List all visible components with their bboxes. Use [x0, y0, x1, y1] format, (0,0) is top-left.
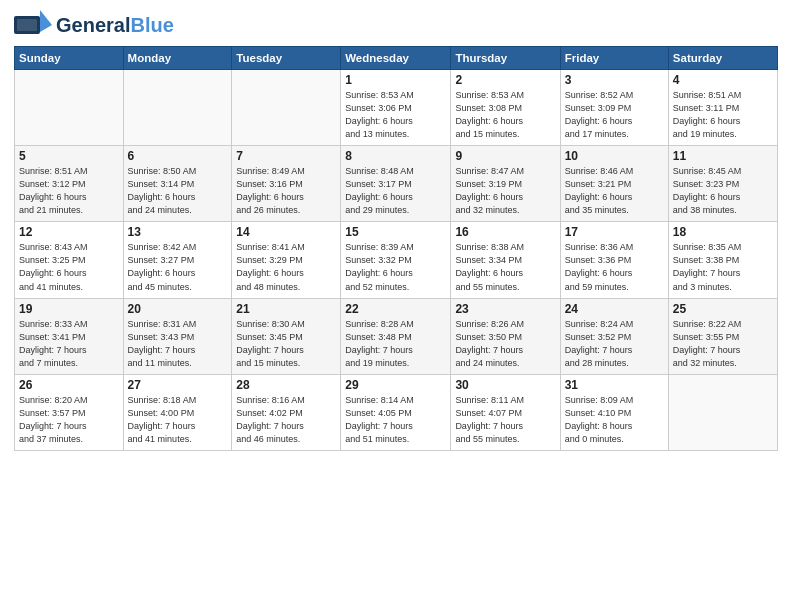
calendar-cell: 14Sunrise: 8:41 AM Sunset: 3:29 PM Dayli…	[232, 222, 341, 298]
calendar-cell	[668, 374, 777, 450]
day-number: 15	[345, 225, 446, 239]
day-number: 19	[19, 302, 119, 316]
weekday-header: Thursday	[451, 47, 560, 70]
calendar-cell	[123, 70, 232, 146]
day-info: Sunrise: 8:51 AM Sunset: 3:12 PM Dayligh…	[19, 165, 119, 217]
calendar-week-row: 12Sunrise: 8:43 AM Sunset: 3:25 PM Dayli…	[15, 222, 778, 298]
day-number: 16	[455, 225, 555, 239]
day-number: 25	[673, 302, 773, 316]
day-number: 2	[455, 73, 555, 87]
day-number: 9	[455, 149, 555, 163]
day-info: Sunrise: 8:09 AM Sunset: 4:10 PM Dayligh…	[565, 394, 664, 446]
day-number: 8	[345, 149, 446, 163]
day-info: Sunrise: 8:50 AM Sunset: 3:14 PM Dayligh…	[128, 165, 228, 217]
day-number: 17	[565, 225, 664, 239]
weekday-header: Friday	[560, 47, 668, 70]
weekday-header: Saturday	[668, 47, 777, 70]
calendar-cell: 26Sunrise: 8:20 AM Sunset: 3:57 PM Dayli…	[15, 374, 124, 450]
calendar-cell: 12Sunrise: 8:43 AM Sunset: 3:25 PM Dayli…	[15, 222, 124, 298]
day-number: 21	[236, 302, 336, 316]
day-info: Sunrise: 8:28 AM Sunset: 3:48 PM Dayligh…	[345, 318, 446, 370]
calendar-cell: 29Sunrise: 8:14 AM Sunset: 4:05 PM Dayli…	[341, 374, 451, 450]
calendar-cell: 10Sunrise: 8:46 AM Sunset: 3:21 PM Dayli…	[560, 146, 668, 222]
day-number: 3	[565, 73, 664, 87]
calendar-cell: 18Sunrise: 8:35 AM Sunset: 3:38 PM Dayli…	[668, 222, 777, 298]
day-info: Sunrise: 8:47 AM Sunset: 3:19 PM Dayligh…	[455, 165, 555, 217]
day-info: Sunrise: 8:16 AM Sunset: 4:02 PM Dayligh…	[236, 394, 336, 446]
day-number: 7	[236, 149, 336, 163]
day-number: 18	[673, 225, 773, 239]
svg-rect-2	[17, 19, 37, 31]
day-info: Sunrise: 8:18 AM Sunset: 4:00 PM Dayligh…	[128, 394, 228, 446]
day-info: Sunrise: 8:48 AM Sunset: 3:17 PM Dayligh…	[345, 165, 446, 217]
day-info: Sunrise: 8:33 AM Sunset: 3:41 PM Dayligh…	[19, 318, 119, 370]
day-number: 4	[673, 73, 773, 87]
calendar-header-row: SundayMondayTuesdayWednesdayThursdayFrid…	[15, 47, 778, 70]
day-number: 31	[565, 378, 664, 392]
calendar-week-row: 26Sunrise: 8:20 AM Sunset: 3:57 PM Dayli…	[15, 374, 778, 450]
day-info: Sunrise: 8:39 AM Sunset: 3:32 PM Dayligh…	[345, 241, 446, 293]
day-info: Sunrise: 8:51 AM Sunset: 3:11 PM Dayligh…	[673, 89, 773, 141]
svg-marker-1	[40, 10, 52, 32]
day-number: 10	[565, 149, 664, 163]
day-number: 6	[128, 149, 228, 163]
calendar-cell: 8Sunrise: 8:48 AM Sunset: 3:17 PM Daylig…	[341, 146, 451, 222]
day-number: 24	[565, 302, 664, 316]
day-number: 28	[236, 378, 336, 392]
day-info: Sunrise: 8:42 AM Sunset: 3:27 PM Dayligh…	[128, 241, 228, 293]
day-info: Sunrise: 8:46 AM Sunset: 3:21 PM Dayligh…	[565, 165, 664, 217]
day-info: Sunrise: 8:52 AM Sunset: 3:09 PM Dayligh…	[565, 89, 664, 141]
day-info: Sunrise: 8:53 AM Sunset: 3:08 PM Dayligh…	[455, 89, 555, 141]
day-info: Sunrise: 8:24 AM Sunset: 3:52 PM Dayligh…	[565, 318, 664, 370]
day-number: 11	[673, 149, 773, 163]
day-info: Sunrise: 8:11 AM Sunset: 4:07 PM Dayligh…	[455, 394, 555, 446]
calendar-cell: 24Sunrise: 8:24 AM Sunset: 3:52 PM Dayli…	[560, 298, 668, 374]
day-info: Sunrise: 8:22 AM Sunset: 3:55 PM Dayligh…	[673, 318, 773, 370]
calendar-cell: 1Sunrise: 8:53 AM Sunset: 3:06 PM Daylig…	[341, 70, 451, 146]
day-number: 26	[19, 378, 119, 392]
day-number: 30	[455, 378, 555, 392]
day-number: 5	[19, 149, 119, 163]
calendar-body: 1Sunrise: 8:53 AM Sunset: 3:06 PM Daylig…	[15, 70, 778, 451]
day-number: 13	[128, 225, 228, 239]
day-number: 22	[345, 302, 446, 316]
weekday-header: Wednesday	[341, 47, 451, 70]
calendar-cell: 28Sunrise: 8:16 AM Sunset: 4:02 PM Dayli…	[232, 374, 341, 450]
calendar-cell	[232, 70, 341, 146]
page-header: GeneralBlue	[14, 10, 778, 40]
calendar-cell: 23Sunrise: 8:26 AM Sunset: 3:50 PM Dayli…	[451, 298, 560, 374]
day-info: Sunrise: 8:20 AM Sunset: 3:57 PM Dayligh…	[19, 394, 119, 446]
calendar-cell: 27Sunrise: 8:18 AM Sunset: 4:00 PM Dayli…	[123, 374, 232, 450]
weekday-header: Monday	[123, 47, 232, 70]
calendar-cell: 5Sunrise: 8:51 AM Sunset: 3:12 PM Daylig…	[15, 146, 124, 222]
weekday-header: Tuesday	[232, 47, 341, 70]
logo: GeneralBlue	[14, 10, 174, 40]
day-number: 1	[345, 73, 446, 87]
calendar-cell: 20Sunrise: 8:31 AM Sunset: 3:43 PM Dayli…	[123, 298, 232, 374]
logo-icon	[14, 10, 52, 40]
calendar-cell: 19Sunrise: 8:33 AM Sunset: 3:41 PM Dayli…	[15, 298, 124, 374]
calendar-week-row: 5Sunrise: 8:51 AM Sunset: 3:12 PM Daylig…	[15, 146, 778, 222]
day-info: Sunrise: 8:26 AM Sunset: 3:50 PM Dayligh…	[455, 318, 555, 370]
day-info: Sunrise: 8:36 AM Sunset: 3:36 PM Dayligh…	[565, 241, 664, 293]
day-number: 27	[128, 378, 228, 392]
calendar-cell: 15Sunrise: 8:39 AM Sunset: 3:32 PM Dayli…	[341, 222, 451, 298]
calendar-cell: 21Sunrise: 8:30 AM Sunset: 3:45 PM Dayli…	[232, 298, 341, 374]
calendar-cell: 30Sunrise: 8:11 AM Sunset: 4:07 PM Dayli…	[451, 374, 560, 450]
calendar-cell: 3Sunrise: 8:52 AM Sunset: 3:09 PM Daylig…	[560, 70, 668, 146]
day-number: 23	[455, 302, 555, 316]
day-info: Sunrise: 8:31 AM Sunset: 3:43 PM Dayligh…	[128, 318, 228, 370]
calendar-cell: 7Sunrise: 8:49 AM Sunset: 3:16 PM Daylig…	[232, 146, 341, 222]
calendar-cell: 13Sunrise: 8:42 AM Sunset: 3:27 PM Dayli…	[123, 222, 232, 298]
day-number: 20	[128, 302, 228, 316]
calendar-cell: 25Sunrise: 8:22 AM Sunset: 3:55 PM Dayli…	[668, 298, 777, 374]
day-number: 12	[19, 225, 119, 239]
calendar-week-row: 1Sunrise: 8:53 AM Sunset: 3:06 PM Daylig…	[15, 70, 778, 146]
calendar-cell: 11Sunrise: 8:45 AM Sunset: 3:23 PM Dayli…	[668, 146, 777, 222]
calendar-cell: 31Sunrise: 8:09 AM Sunset: 4:10 PM Dayli…	[560, 374, 668, 450]
calendar-cell: 2Sunrise: 8:53 AM Sunset: 3:08 PM Daylig…	[451, 70, 560, 146]
calendar-cell: 4Sunrise: 8:51 AM Sunset: 3:11 PM Daylig…	[668, 70, 777, 146]
day-info: Sunrise: 8:41 AM Sunset: 3:29 PM Dayligh…	[236, 241, 336, 293]
logo-text: GeneralBlue	[56, 14, 174, 36]
calendar-table: SundayMondayTuesdayWednesdayThursdayFrid…	[14, 46, 778, 451]
